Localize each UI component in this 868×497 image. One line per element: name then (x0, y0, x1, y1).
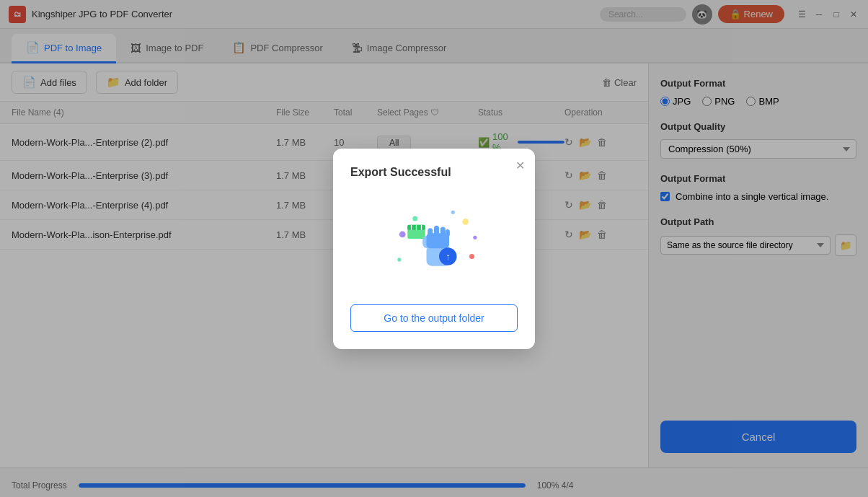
svg-point-4 (397, 258, 401, 261)
illustration-svg: ↑ (384, 197, 484, 291)
svg-rect-16 (434, 225, 439, 235)
dialog-title: Export Successful (350, 166, 451, 179)
svg-point-6 (473, 235, 477, 239)
export-dialog: Export Successful ✕ (333, 149, 535, 349)
dialog-close-button[interactable]: ✕ (515, 159, 525, 172)
svg-text:↑: ↑ (446, 251, 450, 261)
svg-point-2 (462, 219, 469, 225)
svg-rect-18 (446, 229, 450, 237)
svg-point-5 (451, 210, 455, 214)
svg-point-3 (469, 254, 474, 259)
svg-point-0 (399, 231, 406, 237)
svg-rect-15 (428, 228, 433, 237)
go-to-output-button[interactable]: Go to the output folder (350, 304, 518, 332)
dialog-illustration: ↑ (384, 201, 484, 287)
svg-point-1 (412, 216, 417, 221)
svg-rect-17 (440, 226, 446, 235)
dialog-overlay: Export Successful ✕ (0, 0, 868, 497)
